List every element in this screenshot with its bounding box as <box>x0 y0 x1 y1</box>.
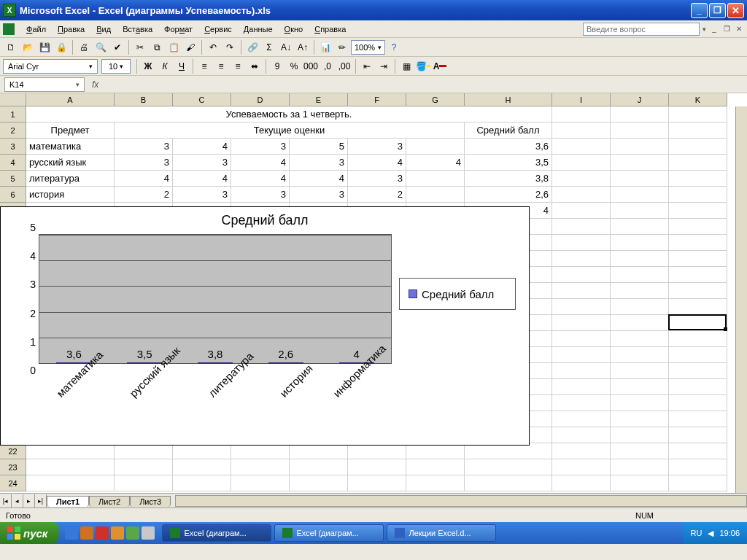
cut-icon[interactable]: ✂ <box>132 39 148 55</box>
cell[interactable]: 3,6 <box>465 139 552 155</box>
align-left-icon[interactable]: ≡ <box>196 58 212 74</box>
cell[interactable] <box>552 363 611 379</box>
vertical-scrollbar[interactable] <box>735 106 747 493</box>
menu-edit[interactable]: Правка <box>52 23 90 35</box>
cell[interactable] <box>669 379 727 395</box>
row-header-2[interactable]: 2 <box>0 122 26 139</box>
cell[interactable]: 4 <box>231 171 290 187</box>
cell[interactable] <box>406 475 465 491</box>
col-header-E[interactable]: E <box>290 93 348 106</box>
cell[interactable]: 3 <box>231 187 290 203</box>
cell[interactable] <box>669 395 727 411</box>
cell[interactable] <box>611 267 669 283</box>
col-header-C[interactable]: C <box>173 93 231 106</box>
cell[interactable]: 4 <box>348 155 406 171</box>
cell[interactable] <box>611 251 669 267</box>
cell[interactable]: 4 <box>406 155 465 171</box>
cell[interactable]: 4 <box>173 139 231 155</box>
cell[interactable]: 4 <box>115 171 173 187</box>
tray-clock[interactable]: 19:06 <box>719 529 740 537</box>
menu-file[interactable]: Файл <box>20 23 52 35</box>
cell[interactable]: 3 <box>348 139 406 155</box>
font-name-select[interactable]: Arial Cyr <box>3 59 98 74</box>
tab-nav-prev-icon[interactable]: ◂ <box>12 494 23 508</box>
mdi-close-button[interactable]: ✕ <box>734 24 744 34</box>
cell[interactable] <box>611 395 669 411</box>
menu-view[interactable]: Вид <box>90 23 117 35</box>
ql-icon-2[interactable] <box>80 526 93 540</box>
cell[interactable]: 3 <box>115 139 173 155</box>
fill-color-icon[interactable]: 🪣 <box>415 58 431 74</box>
cell[interactable] <box>669 459 727 475</box>
menu-data[interactable]: Данные <box>238 23 279 35</box>
cell[interactable] <box>611 122 669 139</box>
copy-icon[interactable]: ⧉ <box>149 39 165 55</box>
cell[interactable] <box>669 347 727 363</box>
cell[interactable] <box>552 459 611 475</box>
cell[interactable]: Успеваемость за 1 четверть. <box>26 106 552 122</box>
cell[interactable] <box>552 331 611 347</box>
maximize-button[interactable]: ❐ <box>709 3 726 18</box>
cell[interactable] <box>611 203 669 219</box>
taskbar-item-2[interactable]: Excel (диаграм... <box>274 524 384 542</box>
cell[interactable] <box>611 139 669 155</box>
cell[interactable] <box>611 347 669 363</box>
cell[interactable] <box>290 475 348 491</box>
cell[interactable]: 3 <box>290 187 348 203</box>
cell[interactable] <box>669 219 727 235</box>
cell[interactable] <box>552 411 611 427</box>
col-header-D[interactable]: D <box>231 93 290 106</box>
cell[interactable] <box>465 443 552 459</box>
cell[interactable]: 3 <box>173 155 231 171</box>
cell[interactable] <box>173 443 231 459</box>
cell[interactable] <box>348 475 406 491</box>
cell[interactable] <box>26 459 115 475</box>
borders-icon[interactable]: ▦ <box>398 58 414 74</box>
cell[interactable] <box>611 219 669 235</box>
tray-lang[interactable]: RU <box>691 529 703 537</box>
cell[interactable]: 2,6 <box>465 187 552 203</box>
cell[interactable] <box>669 155 727 171</box>
cell[interactable] <box>406 139 465 155</box>
cell[interactable] <box>669 251 727 267</box>
cell[interactable] <box>669 106 727 122</box>
ql-icon-5[interactable] <box>126 526 139 540</box>
cell[interactable] <box>348 443 406 459</box>
cell[interactable]: 2 <box>115 187 173 203</box>
taskbar-item-3[interactable]: Лекции Excel.d... <box>387 524 496 542</box>
cell[interactable] <box>611 171 669 187</box>
cell[interactable] <box>406 171 465 187</box>
cell[interactable] <box>173 459 231 475</box>
row-header-3[interactable]: 3 <box>0 139 26 155</box>
cell[interactable] <box>552 379 611 395</box>
cell[interactable]: 5 <box>290 139 348 155</box>
cell[interactable] <box>552 155 611 171</box>
hyperlink-icon[interactable]: 🔗 <box>244 39 260 55</box>
preview-icon[interactable]: 🔍 <box>93 39 109 55</box>
merge-icon[interactable]: ⬌ <box>247 58 263 74</box>
cell[interactable]: математика <box>26 139 115 155</box>
cell[interactable]: 3 <box>173 187 231 203</box>
cell[interactable] <box>552 347 611 363</box>
help-icon[interactable]: ? <box>386 39 402 55</box>
cell[interactable]: 4 <box>173 171 231 187</box>
print-icon[interactable]: 🖨 <box>76 39 92 55</box>
cell[interactable]: 4 <box>290 171 348 187</box>
col-header-I[interactable]: I <box>552 93 611 106</box>
cell[interactable] <box>669 187 727 203</box>
name-box[interactable]: K14 <box>4 77 85 92</box>
cell[interactable] <box>552 235 611 251</box>
cell[interactable] <box>611 299 669 315</box>
col-header-A[interactable]: A <box>26 93 115 106</box>
currency-icon[interactable]: 9 <box>269 58 285 74</box>
cell[interactable] <box>231 475 290 491</box>
bold-icon[interactable]: Ж <box>140 58 156 74</box>
cell[interactable]: 3 <box>348 171 406 187</box>
mdi-restore-button[interactable]: ❐ <box>721 24 732 34</box>
cell[interactable] <box>26 475 115 491</box>
cell[interactable] <box>115 475 173 491</box>
col-header-H[interactable]: H <box>465 93 552 106</box>
sheet-tab-1[interactable]: Лист1 <box>47 496 89 507</box>
cell[interactable] <box>115 443 173 459</box>
cell[interactable] <box>406 443 465 459</box>
